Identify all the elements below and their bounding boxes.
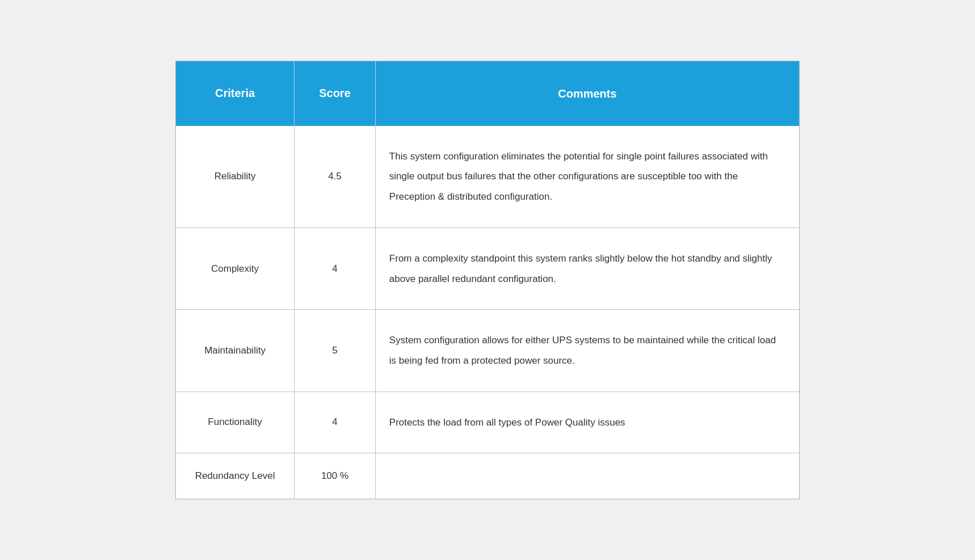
cell-comment: System configuration allows for either U… <box>375 310 799 391</box>
criteria-table: Criteria Score Comments Reliability4.5Th… <box>176 61 799 499</box>
cell-comment: Protects the load from all types of Powe… <box>375 391 799 453</box>
table-row: Redundancy Level100 % <box>176 453 799 499</box>
cell-comment <box>375 453 799 499</box>
cell-score: 5 <box>295 310 376 391</box>
comment-text: This system configuration eliminates the… <box>389 151 768 202</box>
cell-criteria: Complexity <box>176 228 295 309</box>
comment-text: Protects the load from all types of Powe… <box>389 417 625 428</box>
cell-criteria: Reliability <box>176 126 295 228</box>
cell-criteria: Functionality <box>176 391 295 453</box>
cell-criteria: Redundancy Level <box>176 453 295 499</box>
table-row: Maintainability5System configuration all… <box>176 310 799 391</box>
cell-score: 100 % <box>295 453 376 499</box>
table-body: Reliability4.5This system configuration … <box>176 126 799 499</box>
table-header-row: Criteria Score Comments <box>176 61 799 126</box>
cell-criteria: Maintainability <box>176 310 295 391</box>
header-score: Score <box>295 61 376 126</box>
cell-score: 4.5 <box>295 126 376 228</box>
cell-comment: This system configuration eliminates the… <box>375 126 799 228</box>
table-row: Reliability4.5This system configuration … <box>176 126 799 228</box>
cell-score: 4 <box>295 228 376 309</box>
header-criteria: Criteria <box>176 61 295 126</box>
main-table-container: Criteria Score Comments Reliability4.5Th… <box>175 61 800 500</box>
comment-text: From a complexity standpoint this system… <box>389 253 772 284</box>
comment-text: System configuration allows for either U… <box>389 335 776 366</box>
table-row: Complexity4From a complexity standpoint … <box>176 228 799 309</box>
cell-comment: From a complexity standpoint this system… <box>375 228 799 309</box>
cell-score: 4 <box>295 391 376 453</box>
table-row: Functionality4Protects the load from all… <box>176 391 799 453</box>
header-comments: Comments <box>375 61 799 126</box>
